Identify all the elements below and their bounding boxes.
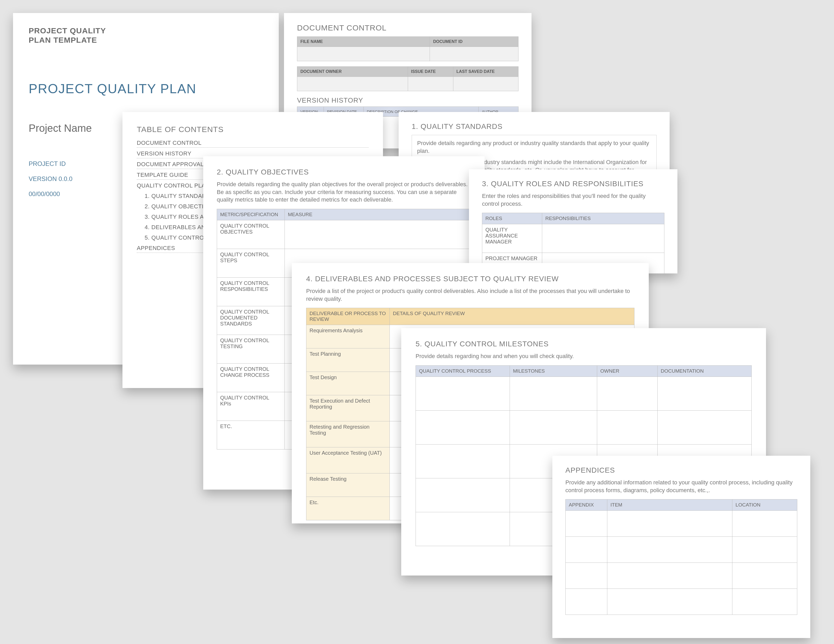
cell-empty xyxy=(297,47,430,61)
cell-empty xyxy=(566,589,607,615)
cell-empty xyxy=(416,444,510,478)
cell-empty xyxy=(285,220,471,249)
cell-empty xyxy=(566,563,607,589)
mile-c2: MILESTONES xyxy=(510,365,597,376)
version-history-heading: VERSION HISTORY xyxy=(297,96,519,105)
cell-empty xyxy=(566,537,607,563)
template-title: PROJECT QUALITY PLAN TEMPLATE xyxy=(29,26,263,45)
template-title-line2: PLAN TEMPLATE xyxy=(29,36,97,44)
col-last-saved: LAST SAVED DATE xyxy=(453,67,518,77)
cell-empty xyxy=(732,589,797,615)
deliv-row: Test Planning xyxy=(306,349,390,372)
app-c3: LOCATION xyxy=(732,499,797,511)
milestones-heading: 5. QUALITY CONTROL MILESTONES xyxy=(415,340,752,348)
roles-col1: ROLES xyxy=(482,213,542,224)
standards-heading: 1. QUALITY STANDARDS xyxy=(412,123,656,131)
deliv-row: Test Execution and Defect Reporting xyxy=(306,395,390,421)
cell-empty xyxy=(732,537,797,563)
mile-c4: DOCUMENTATION xyxy=(658,365,752,376)
obj-row: QUALITY CONTROL RESPONSIBILITIES xyxy=(217,278,285,306)
cell-empty xyxy=(732,511,797,537)
col-owner: DOCUMENT OWNER xyxy=(297,67,408,77)
obj-row: QUALITY CONTROL DOCUMENTED STANDARDS xyxy=(217,306,285,335)
app-c2: ITEM xyxy=(607,499,732,511)
milestones-desc: Provide details regarding how and when y… xyxy=(415,352,752,360)
appendices-table: APPENDIX ITEM LOCATION xyxy=(566,499,797,615)
cell-empty xyxy=(658,376,752,410)
plan-title: PROJECT QUALITY PLAN xyxy=(29,81,263,96)
standards-p1: Provide details regarding any product or… xyxy=(417,139,651,155)
toc-heading: TABLE OF CONTENTS xyxy=(137,125,369,134)
template-title-line1: PROJECT QUALITY xyxy=(29,26,106,35)
doc-control-heading: DOCUMENT CONTROL xyxy=(297,23,519,32)
cell-empty xyxy=(607,537,732,563)
appendices-heading: APPENDICES xyxy=(566,466,797,475)
cell-empty xyxy=(408,77,453,91)
col-file-name: FILE NAME xyxy=(297,37,430,47)
obj-col2: MEASURE xyxy=(285,209,471,220)
objectives-heading: 2. QUALITY OBJECTIVES xyxy=(217,168,471,176)
obj-row: ETC. xyxy=(217,421,285,449)
cell-empty xyxy=(542,224,664,253)
cell-empty xyxy=(510,376,597,410)
roles-col2: RESPONSIBILITIES xyxy=(542,213,664,224)
app-c1: APPENDIX xyxy=(566,499,607,511)
col-doc-id: DOCUMENT ID xyxy=(430,37,519,47)
deliv-row: Release Testing xyxy=(306,473,390,497)
deliv-row: Retesting and Regression Testing xyxy=(306,421,390,447)
deliv-row: Test Design xyxy=(306,372,390,395)
roles-heading: 3. QUALITY ROLES AND RESPONSIBILITIES xyxy=(482,180,664,188)
deliv-desc: Provide a list of the project or product… xyxy=(306,287,634,303)
mile-c3: OWNER xyxy=(597,365,658,376)
page-roles: 3. QUALITY ROLES AND RESPONSIBILITIES En… xyxy=(469,169,677,273)
cell-empty xyxy=(416,512,510,546)
doc-control-table2: DOCUMENT OWNER ISSUE DATE LAST SAVED DAT… xyxy=(297,66,519,91)
obj-row: QUALITY CONTROL KPIs xyxy=(217,392,285,421)
cell-empty xyxy=(607,589,732,615)
obj-row: QUALITY CONTROL CHANGE PROCESS xyxy=(217,363,285,392)
page-appendices: APPENDICES Provide any additional inform… xyxy=(552,456,810,638)
obj-col1: METRIC/SPECIFICATION xyxy=(217,209,285,220)
deliv-col2: DETAILS OF QUALITY REVIEW xyxy=(390,308,634,325)
deliv-heading: 4. DELIVERABLES AND PROCESSES SUBJECT TO… xyxy=(306,275,634,283)
doc-control-table: FILE NAME DOCUMENT ID xyxy=(297,37,519,61)
roles-desc: Enter the roles and responsibilities tha… xyxy=(482,192,664,208)
cell-empty xyxy=(297,77,408,91)
obj-row: QUALITY CONTROL OBJECTIVES xyxy=(217,220,285,249)
cell-empty xyxy=(416,376,510,410)
roles-row: QUALITY ASSURANCE MANAGER xyxy=(482,224,542,253)
deliv-row: Etc. xyxy=(306,497,390,520)
deliv-col1: DELIVERABLE OR PROCESS TO REVIEW xyxy=(306,308,390,325)
cell-empty xyxy=(416,478,510,512)
cell-empty xyxy=(430,47,519,61)
deliv-row: User Acceptance Testing (UAT) xyxy=(306,447,390,473)
cell-empty xyxy=(453,77,518,91)
obj-row: QUALITY CONTROL STEPS xyxy=(217,249,285,278)
cell-empty xyxy=(658,410,752,444)
deliv-row: Requirements Analysis xyxy=(306,325,390,349)
cell-empty xyxy=(607,563,732,589)
cell-empty xyxy=(597,410,658,444)
cell-empty xyxy=(597,376,658,410)
cell-empty xyxy=(732,563,797,589)
mile-c1: QUALITY CONTROL PROCESS xyxy=(416,365,510,376)
col-issue-date: ISSUE DATE xyxy=(408,67,453,77)
appendices-desc: Provide any additional information relat… xyxy=(566,479,797,494)
cell-empty xyxy=(416,410,510,444)
toc-item: DOCUMENT CONTROL xyxy=(137,138,369,148)
cell-empty xyxy=(607,511,732,537)
cell-empty xyxy=(566,511,607,537)
obj-row: QUALITY CONTROL TESTING xyxy=(217,335,285,363)
cell-empty xyxy=(510,410,597,444)
objectives-desc: Provide details regarding the quality pl… xyxy=(217,181,471,203)
